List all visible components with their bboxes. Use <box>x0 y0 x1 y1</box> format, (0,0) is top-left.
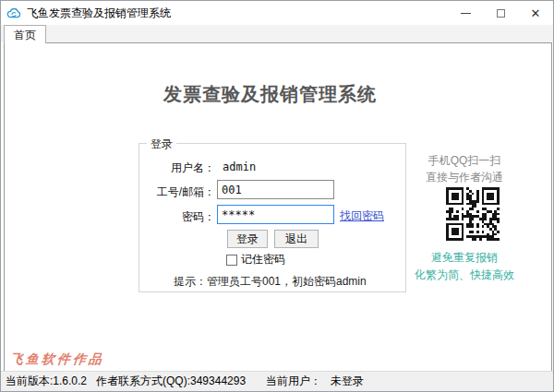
author-watermark: 飞鱼软件作品 <box>9 351 105 368</box>
exit-button[interactable]: 退出 <box>274 230 319 248</box>
minimize-icon <box>461 13 471 14</box>
login-button[interactable]: 登录 <box>227 230 268 248</box>
titlebar: 飞鱼发票查验及报销管理系统 ✕ <box>1 1 553 25</box>
maximize-button[interactable] <box>483 1 518 25</box>
password-input[interactable] <box>217 205 334 224</box>
close-button[interactable]: ✕ <box>518 1 553 25</box>
home-page-panel: 发票查验及报销管理系统 登录 用户名： admin 工号/邮箱： 密码： 找回密… <box>4 42 552 372</box>
login-groupbox: 登录 用户名： admin 工号/邮箱： 密码： 找回密码 登录 退出 记住密码… <box>138 143 406 292</box>
remember-password-label: 记住密码 <box>241 252 285 267</box>
app-cloud-icon <box>6 6 21 20</box>
qq-scan-line1: 手机QQ扫一扫 <box>376 153 553 169</box>
status-version: 当前版本:1.6.0.2 <box>6 374 87 389</box>
status-user-value: 未登录 <box>331 374 364 389</box>
status-bar: 当前版本:1.6.0.2 作者联系方式(QQ):349344293 当前用户： … <box>1 371 553 391</box>
promo-column: 手机QQ扫一扫 直接与作者沟通 避免重复报销 化繁为简、快捷高效 <box>376 43 553 371</box>
slogan-line2: 化繁为简、快捷高效 <box>376 267 553 283</box>
tab-home[interactable]: 首页 <box>4 25 46 43</box>
remember-password-checkbox[interactable] <box>226 255 237 266</box>
close-icon: ✕ <box>531 6 541 20</box>
minimize-button[interactable] <box>448 1 483 25</box>
login-hint: 提示：管理员工号001，初始密码admin <box>174 274 367 290</box>
maximize-icon <box>497 9 505 18</box>
status-contact: 作者联系方式(QQ):349344293 <box>96 374 246 389</box>
userid-label: 工号/邮箱： <box>139 184 215 200</box>
userid-input[interactable] <box>217 180 334 199</box>
login-group-label: 登录 <box>147 137 176 152</box>
window-title: 飞鱼发票查验及报销管理系统 <box>27 6 171 21</box>
qq-qr-code <box>446 187 500 241</box>
status-user-label: 当前用户： <box>266 374 321 389</box>
password-label: 密码： <box>139 209 215 225</box>
slogan-line1: 避免重复报销 <box>376 250 553 266</box>
tab-strip: 首页 <box>1 25 553 42</box>
window-controls: ✕ <box>448 1 553 25</box>
app-window: 飞鱼发票查验及报销管理系统 ✕ 首页 发票查验及报销管理系统 登录 用户名： a… <box>0 0 554 392</box>
remember-password-row: 记住密码 <box>226 252 285 267</box>
username-value: admin <box>223 160 256 173</box>
username-label: 用户名： <box>139 160 215 176</box>
qq-scan-line2: 直接与作者沟通 <box>376 170 553 185</box>
